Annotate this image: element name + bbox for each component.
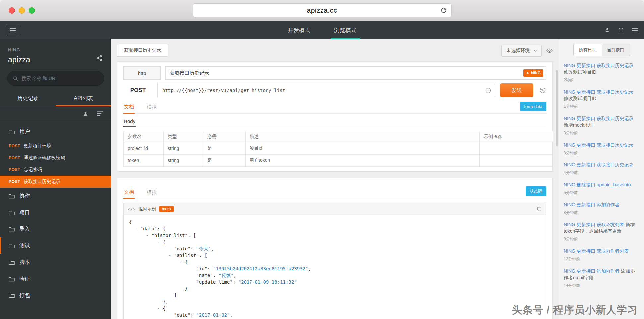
json-token: "13915b24d2024f2a83ec81195fa23932"	[213, 266, 308, 271]
reload-icon[interactable]	[440, 7, 447, 15]
window-close-button[interactable]	[9, 7, 15, 14]
param-example-cell	[480, 142, 553, 155]
window-zoom-button[interactable]	[29, 7, 35, 14]
info-icon[interactable]	[485, 88, 491, 93]
folder-icon	[9, 277, 15, 282]
log-timestamp: 8分钟前	[564, 210, 639, 216]
folder-icon	[9, 129, 15, 134]
sidebar-folder-item[interactable]: 导入	[0, 221, 111, 237]
request-history-icon[interactable]	[539, 87, 546, 94]
params-table-body: project_idstring是项目idtokenstring是用户token	[124, 142, 553, 167]
mock-badge: mock	[159, 206, 174, 212]
right-sidebar: 所有日志 当前接口 NING 更新接口 获取接口历史记录 修改测试项目ID2秒前…	[559, 39, 644, 319]
json-token	[129, 259, 179, 265]
sidebar-folder-item[interactable]: 用户	[0, 123, 111, 140]
log-link[interactable]: NING 更新接口 获取协作者列表	[564, 248, 629, 254]
api-name-input[interactable]	[166, 70, 523, 76]
sidebar-folder-item[interactable]: 脚本	[0, 254, 111, 271]
fullscreen-icon[interactable]	[618, 27, 624, 33]
log-link[interactable]: NING 更新接口 添加协作者	[564, 202, 620, 207]
sidebar-folder-item[interactable]: 打包	[0, 287, 111, 304]
log-link[interactable]: NING 更新接口 获取环境列表	[564, 222, 624, 227]
window-controls	[9, 0, 35, 21]
code-line: "date": "2017-01-02",	[129, 312, 541, 318]
log-link[interactable]: NING 更新接口 添加协作者	[564, 268, 620, 274]
copy-icon[interactable]	[537, 206, 542, 213]
folder-icon	[9, 293, 15, 298]
sidebar-api-item[interactable]: POST忘记密码	[0, 164, 111, 176]
log-link[interactable]: NING 删除接口 update_baseinfo	[564, 182, 631, 187]
protocol-select[interactable]: http	[123, 66, 161, 80]
status-code-button[interactable]: 状态码	[526, 186, 546, 196]
json-token: : [	[188, 233, 196, 238]
params-table-head: 参数名类型必需描述示例 e.g.	[124, 131, 553, 142]
params-table: 参数名类型必需描述示例 e.g. project_idstring是项目idto…	[123, 131, 553, 167]
collapse-toggle[interactable]: -	[157, 239, 163, 245]
tab-all-logs[interactable]: 所有日志	[573, 44, 602, 56]
share-icon[interactable]	[96, 55, 103, 63]
log-item: NING 更新接口 获取接口历史记录3分钟前	[564, 142, 639, 156]
log-link[interactable]: NING 更新接口 获取接口历史记录	[564, 162, 634, 167]
response-card: 文档 模拟 状态码 </> 返回示例 mock { - "data": { - …	[117, 178, 553, 319]
sidebar-api-item[interactable]: POST获取接口历史记录	[0, 176, 111, 188]
json-token: "今天"	[196, 246, 211, 251]
sidebar-api-list: 用户POST更新项目环境POST通过验证码修改密码POST忘记密码POST获取接…	[0, 121, 111, 319]
sidebar-toggle-button[interactable]	[6, 24, 19, 36]
tab-current-api[interactable]: 当前接口	[602, 44, 630, 56]
method-badge: POST	[9, 179, 20, 184]
collapse-toggle[interactable]: -	[135, 226, 140, 231]
json-token	[129, 312, 174, 318]
environment-select[interactable]: 未选择环境	[501, 45, 542, 57]
open-api-tab[interactable]: 获取接口历史记录	[117, 44, 168, 57]
menu-icon[interactable]	[632, 28, 638, 32]
member-icon[interactable]	[83, 111, 88, 117]
body-tab[interactable]: Body	[123, 117, 136, 127]
param-desc-cell: 项目id	[246, 142, 480, 155]
log-link[interactable]: NING 更新接口 获取接口历史记录	[564, 89, 634, 95]
tab-api-list[interactable]: API列表	[56, 91, 111, 106]
code-line: ]	[129, 292, 541, 298]
table-header-cell: 描述	[246, 131, 480, 142]
tab-dev-mode[interactable]: 开发模式	[284, 21, 314, 39]
tab-request-doc[interactable]: 文档	[123, 104, 135, 114]
method-select[interactable]: POST	[123, 87, 153, 94]
sidebar-folder-item[interactable]: 验证	[0, 271, 111, 287]
sidebar-folder-item[interactable]: 协作	[0, 188, 111, 204]
search-input[interactable]	[21, 75, 98, 81]
request-url-row: POST 发送	[123, 83, 546, 97]
collapse-toggle[interactable]: -	[179, 259, 185, 265]
sidebar-api-item[interactable]: POST通过验证码修改密码	[0, 152, 111, 164]
log-link[interactable]: NING 更新接口 获取接口历史记录	[564, 116, 634, 121]
log-link[interactable]: NING 更新接口 获取接口历史记录	[564, 63, 634, 68]
sidebar-folder-item[interactable]: 测试	[0, 237, 111, 254]
tab-request-mock[interactable]: 模拟	[146, 104, 157, 113]
api-name-row: http NING	[123, 66, 546, 80]
log-text: NING 更新接口 添加协作者 添加协作者email字段	[564, 268, 639, 281]
form-data-button[interactable]: form-data	[520, 102, 546, 111]
collapse-toggle[interactable]: -	[157, 306, 163, 311]
main-top-row: 获取接口历史记录 未选择环境	[117, 44, 553, 59]
sidebar-folder-item[interactable]: 项目	[0, 204, 111, 221]
tab-response-doc[interactable]: 文档	[123, 189, 135, 199]
tab-browse-mode[interactable]: 浏览模式	[331, 21, 360, 39]
user-icon[interactable]	[604, 27, 610, 33]
table-header-cell: 参数名	[124, 131, 164, 142]
url-input[interactable]	[162, 87, 485, 93]
list-icon[interactable]	[97, 111, 103, 116]
table-row: project_idstring是项目id	[124, 142, 553, 155]
eye-icon[interactable]	[546, 48, 553, 53]
tab-history[interactable]: 历史记录	[0, 91, 56, 106]
sidebar-api-item[interactable]: POST更新项目环境	[0, 140, 111, 152]
log-item: NING 删除接口 update_baseinfo5分钟前	[564, 181, 639, 196]
main-scrollbar[interactable]	[556, 70, 558, 146]
tab-response-mock[interactable]: 模拟	[146, 189, 157, 199]
collapse-toggle[interactable]: -	[168, 253, 174, 258]
send-button[interactable]: 发送	[500, 83, 533, 97]
param-required-cell: 是	[203, 155, 246, 167]
address-bar[interactable]: apizza.cc	[193, 3, 452, 17]
log-link[interactable]: NING 更新接口 获取接口历史记录	[564, 142, 634, 148]
item-label: 用户	[19, 128, 30, 135]
json-token: : [	[199, 253, 207, 258]
collapse-toggle[interactable]: -	[146, 233, 152, 238]
window-minimize-button[interactable]	[19, 7, 25, 14]
